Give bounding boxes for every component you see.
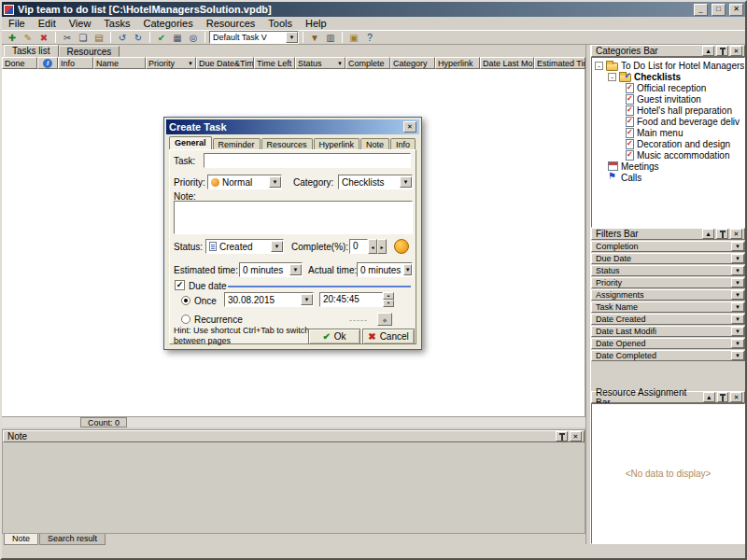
notes-icon[interactable]: ▣	[346, 31, 361, 44]
filter-arrow-icon[interactable]: ▼	[337, 61, 343, 66]
chevron-down-icon[interactable]	[731, 278, 744, 287]
tab-search-result[interactable]: Search result	[39, 534, 106, 545]
tree-item-decoration-and-design[interactable]: Decoration and design	[592, 138, 744, 149]
column-category[interactable]: Category	[390, 57, 435, 69]
edit-task-icon[interactable]: ✎	[21, 31, 35, 44]
tree-item-guest-invitation[interactable]: Guest invitation	[592, 93, 744, 105]
chevron-down-icon[interactable]	[731, 351, 744, 360]
columns-icon[interactable]: ▥	[323, 31, 338, 44]
menu-resources[interactable]: Resources	[200, 17, 262, 30]
chevron-down-icon[interactable]	[731, 254, 744, 263]
decrease-icon[interactable]: ◂	[368, 239, 377, 254]
column-name[interactable]: Name	[93, 57, 146, 69]
chevron-down-icon[interactable]	[731, 266, 744, 275]
chevron-down-icon[interactable]	[731, 327, 744, 336]
dialog-tab-general[interactable]: General	[169, 136, 212, 149]
once-time-value[interactable]: 20:45:45	[319, 292, 383, 307]
filter-status[interactable]: Status	[591, 265, 745, 276]
menu-tasks[interactable]: Tasks	[97, 17, 136, 30]
cut-icon[interactable]: ✂	[60, 31, 75, 44]
new-task-icon[interactable]: ✚	[5, 31, 20, 44]
menu-help[interactable]: Help	[299, 17, 333, 30]
task-input[interactable]	[204, 153, 411, 168]
delete-task-icon[interactable]: ✖	[36, 31, 51, 44]
filter-assignments[interactable]: Assignments	[591, 289, 745, 301]
tree-item-food-and-beverage[interactable]: Food and beverage deliv	[592, 116, 744, 127]
increase-icon[interactable]: ▸	[377, 239, 387, 254]
close-icon[interactable]	[730, 46, 742, 56]
tree-item-official-reception[interactable]: Official reception	[592, 82, 744, 93]
chevron-down-icon[interactable]	[271, 241, 283, 252]
help-icon[interactable]: ?	[362, 31, 377, 44]
chevron-down-icon[interactable]	[731, 242, 744, 251]
chevron-down-icon[interactable]	[731, 315, 744, 324]
filter-date-opened[interactable]: Date Opened	[591, 338, 745, 349]
chevron-down-icon[interactable]	[731, 290, 744, 300]
chevron-down-icon[interactable]	[731, 302, 744, 312]
find-icon[interactable]: ◎	[186, 31, 201, 44]
tree-item-checklists[interactable]: Checklists	[592, 71, 744, 82]
menu-categories[interactable]: Categories	[136, 17, 199, 30]
priority-select[interactable]: Normal	[207, 175, 282, 189]
collapse-icon[interactable]	[702, 229, 714, 239]
smiley-icon[interactable]	[394, 239, 409, 254]
estimated-time-select[interactable]: 0 minutes	[239, 262, 303, 277]
dialog-titlebar[interactable]: Create Task ✕	[166, 119, 419, 134]
tree-item-music-accommodation[interactable]: Music accommodation	[592, 149, 744, 161]
note-textarea[interactable]	[174, 201, 413, 234]
column-status[interactable]: Status▼	[295, 57, 345, 69]
chevron-down-icon[interactable]	[301, 294, 313, 305]
pin-icon[interactable]	[716, 229, 728, 239]
column-estimated-time[interactable]: Estimated Time	[534, 57, 585, 69]
complete-task-icon[interactable]: ✔	[154, 31, 169, 44]
tab-note[interactable]: Note	[4, 534, 38, 545]
recurrence-settings-icon[interactable]: ◆	[377, 313, 392, 326]
pin-icon[interactable]	[556, 431, 568, 441]
copy-icon[interactable]: ❏	[76, 31, 91, 44]
tree-item-calls[interactable]: Calls	[592, 172, 744, 183]
dialog-tab-note[interactable]: Note	[360, 138, 389, 149]
menu-file[interactable]: File	[2, 17, 32, 30]
chevron-down-icon[interactable]	[286, 32, 298, 43]
complete-value[interactable]: 0	[349, 239, 368, 254]
filter-arrow-icon[interactable]: ▼	[188, 61, 193, 66]
once-date-select[interactable]: 30.08.2015	[224, 292, 314, 307]
dialog-tab-reminder[interactable]: Reminder	[213, 138, 261, 149]
maximize-button[interactable]: □	[712, 4, 726, 16]
close-button[interactable]: ✕	[729, 4, 743, 16]
chevron-down-icon[interactable]	[403, 264, 412, 275]
pin-icon[interactable]	[716, 46, 728, 56]
print-icon[interactable]: ▦	[170, 31, 185, 44]
paste-icon[interactable]: ▤	[92, 31, 106, 44]
chevron-down-icon[interactable]	[269, 176, 281, 188]
redo-icon[interactable]: ↻	[131, 31, 146, 44]
filter-priority[interactable]: Priority	[591, 277, 745, 288]
filter-task-name[interactable]: Task Name	[591, 301, 745, 313]
tree-item-root[interactable]: To Do List for Hotel Managers 5 5	[592, 60, 744, 71]
tree-item-main-menu[interactable]: Main menu	[592, 127, 744, 138]
status-select[interactable]: Created	[205, 239, 284, 254]
collapse-icon[interactable]	[702, 46, 714, 56]
menu-view[interactable]: View	[63, 17, 98, 30]
spin-down-icon[interactable]: ▼	[383, 300, 394, 307]
dialog-tab-resources[interactable]: Resources	[261, 138, 313, 149]
minimize-button[interactable]: _	[694, 4, 708, 16]
category-select[interactable]: Checklists	[338, 175, 413, 189]
collapse-icon[interactable]	[608, 73, 616, 81]
column-complete[interactable]: Complete	[345, 57, 390, 69]
chevron-down-icon[interactable]	[731, 339, 744, 348]
filter-date-created[interactable]: Date Created	[591, 314, 745, 325]
menu-tools[interactable]: Tools	[261, 17, 299, 30]
collapse-icon[interactable]	[595, 62, 603, 70]
default-task-combo[interactable]: Default Task V	[209, 31, 299, 44]
tree-item-hotels-hall-preparation[interactable]: Hotel's hall preparation	[592, 105, 744, 116]
dialog-tab-info[interactable]: Info	[390, 138, 416, 149]
tab-resources[interactable]: Resources	[59, 46, 120, 57]
tab-tasks-list[interactable]: Tasks list	[4, 45, 59, 57]
cancel-button[interactable]: ✖ Cancel	[362, 329, 415, 344]
close-icon[interactable]	[730, 392, 742, 402]
column-date-last-modified[interactable]: Date Last Mo▼	[480, 57, 534, 69]
dialog-close-button[interactable]: ✕	[403, 121, 416, 133]
menu-edit[interactable]: Edit	[32, 17, 63, 30]
chevron-down-icon[interactable]	[289, 264, 302, 275]
